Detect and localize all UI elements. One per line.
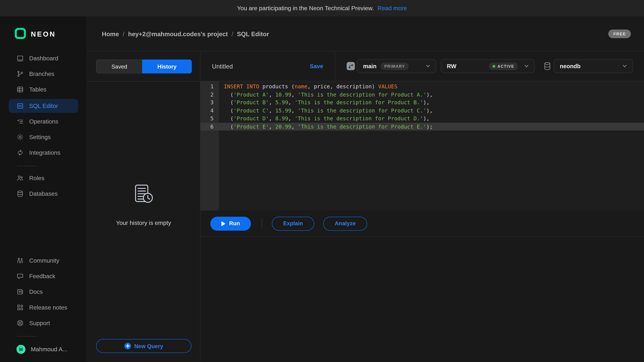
tab-history[interactable]: History [142, 59, 192, 73]
sidebar-item-community[interactable]: Community [8, 254, 78, 267]
sidebar-item-label: Branches [29, 70, 54, 77]
analyze-button[interactable]: Analyze [323, 217, 367, 230]
neon-logo-icon [15, 28, 26, 41]
compute-name: RW [447, 63, 456, 69]
database-name: neondb [560, 63, 580, 69]
sidebar-item-label: Feedback [29, 273, 55, 280]
sql-code-line: 4 ('Product C', 15.99, 'This is the desc… [200, 107, 644, 115]
sql-token: 'Product A' [234, 91, 269, 98]
sql-token: 8.99 [275, 115, 288, 122]
action-divider [262, 219, 262, 228]
sql-token: ( [224, 107, 234, 114]
sql-token: , [269, 91, 275, 98]
technical-preview-banner: You are participating in the Neon Techni… [0, 0, 644, 16]
sidebar-item-branches[interactable]: Branches [8, 68, 78, 80]
sql-code-text: ('Product E', 20.99, 'This is the descri… [224, 123, 433, 130]
sidebar-item-tables[interactable]: Tables [8, 83, 78, 95]
sidebar-item-label: Release notes [29, 304, 67, 311]
sidebar-divider [17, 336, 36, 337]
sql-token: , price, description) [308, 83, 378, 90]
sidebar-item-settings[interactable]: Settings [8, 131, 78, 143]
sql-token: 10.99 [275, 91, 291, 98]
active-badge: ACTIVE [489, 62, 518, 70]
plan-badge: FREE [608, 29, 631, 38]
sidebar-item-label: Databases [29, 190, 58, 197]
sql-token: INSERT INTO [224, 83, 259, 90]
sql-token: 'Product E' [234, 123, 269, 130]
sidebar-item-integrations[interactable]: Integrations [8, 146, 78, 159]
queries-tabs: Saved History [87, 51, 200, 82]
neon-console-app: You are participating in the Neon Techni… [0, 0, 644, 362]
status-dot [492, 65, 496, 67]
results-panel [200, 237, 644, 362]
sql-token: 'Product C' [234, 107, 269, 114]
branch-select[interactable]: main PRIMARY [357, 59, 436, 73]
sql-token: , [291, 107, 298, 114]
sidebar-item-operations[interactable]: Operations [8, 115, 78, 128]
sidebar-item-roles[interactable]: Roles [8, 172, 78, 184]
sidebar-item-label: Roles [29, 175, 44, 181]
sql-code-text: ('Product D', 8.99, 'This is the descrip… [224, 115, 430, 122]
history-empty-state: Your history is empty [87, 184, 200, 226]
sidebar-item-release-notes[interactable]: Release notes [8, 301, 78, 314]
roles-icon [16, 174, 24, 182]
tables-icon [16, 86, 24, 93]
primary-badge: PRIMARY [380, 62, 409, 70]
read-more-link[interactable]: Read more [378, 5, 407, 11]
sql-code-text: ('Product C', 15.99, 'This is the descri… [224, 107, 433, 114]
chevron-down-icon [622, 63, 628, 69]
chevron-down-icon [524, 63, 529, 69]
sidebar-item-support[interactable]: Support [8, 317, 78, 329]
sidebar-item-label: Community [29, 257, 59, 264]
sql-code-editor[interactable]: 1INSERT INTO products (name, price, desc… [200, 81, 644, 211]
sql-token: , [288, 99, 294, 106]
breadcrumb-separator: / [232, 30, 233, 37]
queries-panel: Saved History [87, 51, 200, 362]
sidebar-item-sql-editor[interactable]: SQL Editor [8, 99, 78, 113]
neon-logo[interactable]: NEON [15, 28, 87, 41]
history-empty-icon [134, 184, 153, 205]
query-title[interactable]: Untitled [212, 62, 233, 69]
sidebar-item-label: Tables [29, 86, 46, 93]
support-icon [16, 319, 24, 327]
primary-nav: DashboardBranchesTablesSQL EditorOperati… [0, 52, 87, 162]
release-notes-icon [16, 304, 24, 311]
compute-select[interactable]: RW ACTIVE [441, 59, 535, 73]
user-name: Mahmoud A... [31, 346, 68, 353]
user-menu[interactable]: M Mahmoud A... [8, 345, 78, 354]
avatar: M [16, 345, 26, 354]
explain-button[interactable]: Explain [272, 217, 314, 230]
sql-token: 'Product B' [234, 99, 269, 106]
new-query-button[interactable]: New Query [96, 339, 191, 353]
sql-token: ), [426, 107, 433, 114]
community-icon [16, 257, 24, 264]
sql-code-text: ('Product B', 5.99, 'This is the descrip… [224, 99, 430, 106]
new-query-label: New Query [134, 343, 163, 349]
sql-token: ( [224, 123, 234, 130]
sql-editor-icon [16, 102, 24, 110]
run-button[interactable]: Run [210, 217, 251, 230]
sql-editor-panel: Untitled Save main PRIMARY [200, 51, 644, 362]
sidebar-item-label: Settings [29, 134, 51, 140]
sql-token: ( [224, 91, 234, 98]
line-number: 2 [200, 91, 219, 98]
secondary-nav: RolesDatabases [0, 172, 87, 203]
sql-token: ), [423, 115, 430, 122]
database-select[interactable]: neondb [554, 59, 633, 73]
history-list: Your history is empty New Query [87, 82, 200, 362]
breadcrumb-home[interactable]: Home [102, 30, 119, 37]
sidebar-item-dashboard[interactable]: Dashboard [8, 52, 78, 64]
sql-token: , [269, 115, 275, 122]
line-number: 6 [200, 123, 219, 130]
breadcrumb-project[interactable]: hey+2@mahmoud.codes's project [128, 30, 228, 37]
save-button[interactable]: Save [310, 63, 323, 69]
sidebar-item-databases[interactable]: Databases [8, 188, 78, 200]
sidebar-item-feedback[interactable]: Feedback [8, 270, 78, 282]
line-number: 5 [200, 115, 219, 122]
branch-icon-button[interactable] [347, 62, 355, 70]
sidebar-item-docs[interactable]: Docs [8, 286, 78, 298]
sql-token: 5.99 [275, 99, 288, 106]
line-number: 4 [200, 107, 219, 114]
sql-token: name [294, 83, 308, 90]
tab-saved[interactable]: Saved [96, 59, 142, 73]
